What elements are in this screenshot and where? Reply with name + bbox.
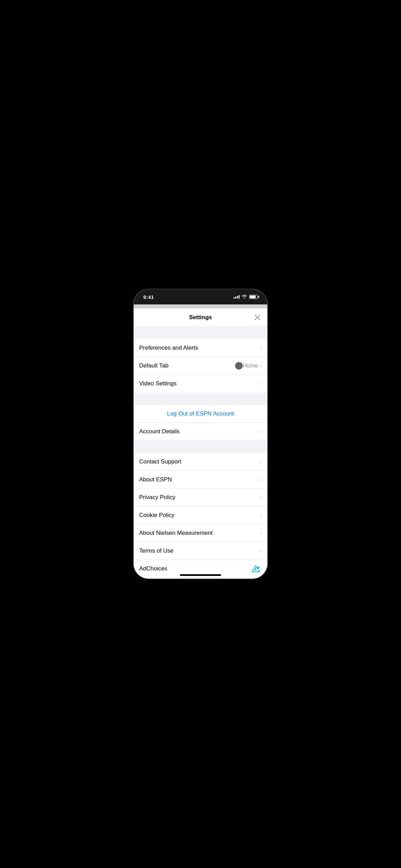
default-tab-value: Home	[243, 362, 258, 369]
terms-of-use-row[interactable]: Terms of Use ›	[134, 542, 267, 560]
about-nielsen-chevron-icon: ›	[260, 530, 262, 536]
adchoices-label: AdChoices	[139, 565, 248, 572]
wifi-icon	[242, 294, 247, 300]
status-time: 9:41	[143, 294, 154, 300]
log-out-row[interactable]: Log Out of ESPN Account	[134, 405, 267, 423]
top-peek-area	[134, 304, 267, 309]
status-icons	[233, 294, 258, 300]
preferences-alerts-chevron-icon: ›	[260, 345, 262, 351]
section-gap-1	[134, 327, 267, 339]
home-indicator	[180, 574, 221, 576]
preferences-alerts-label: Preferences and Alerts	[139, 345, 260, 351]
preferences-section: Preferences and Alerts › Default Tab Hom…	[134, 339, 267, 393]
battery-icon	[249, 295, 258, 299]
account-details-chevron-icon: ›	[260, 429, 262, 434]
about-nielsen-row[interactable]: About Nielsen Measurement ›	[134, 524, 267, 542]
svg-text:i: i	[258, 567, 259, 569]
adchoices-icon: i	[251, 565, 260, 572]
about-espn-label: About ESPN	[139, 476, 260, 483]
default-tab-label: Default Tab	[139, 362, 232, 369]
cookie-policy-label: Cookie Policy	[139, 512, 260, 519]
section-gap-bottom	[134, 578, 267, 579]
adchoices-chevron-icon: ›	[260, 566, 262, 571]
video-settings-label: Video Settings	[139, 380, 260, 387]
default-tab-row[interactable]: Default Tab Home ›	[134, 357, 267, 375]
cookie-policy-chevron-icon: ›	[260, 513, 262, 518]
default-tab-chevron-icon: ›	[260, 363, 262, 369]
settings-title: Settings	[189, 314, 212, 321]
close-button[interactable]	[253, 313, 262, 322]
privacy-policy-row[interactable]: Privacy Policy ›	[134, 489, 267, 506]
account-section: Log Out of ESPN Account Account Details …	[134, 405, 267, 441]
account-details-label: Account Details	[139, 428, 260, 435]
contact-support-chevron-icon: ›	[260, 459, 262, 465]
cookie-policy-row[interactable]: Cookie Policy ›	[134, 506, 267, 524]
signal-bars-icon	[233, 295, 240, 299]
settings-container[interactable]: Settings Preferences and Alerts › Defaul…	[134, 309, 267, 579]
about-espn-chevron-icon: ›	[260, 477, 262, 482]
default-tab-indicator-icon	[235, 362, 243, 370]
status-bar: 9:41	[134, 289, 267, 304]
settings-header: Settings	[134, 309, 267, 327]
section-gap-3	[134, 441, 267, 453]
terms-of-use-label: Terms of Use	[139, 547, 260, 554]
video-settings-chevron-icon: ›	[260, 381, 262, 386]
privacy-policy-label: Privacy Policy	[139, 494, 260, 501]
privacy-policy-chevron-icon: ›	[260, 495, 262, 500]
contact-support-row[interactable]: Contact Support ›	[134, 453, 267, 471]
account-details-row[interactable]: Account Details ›	[134, 423, 267, 441]
section-gap-2	[134, 393, 267, 405]
support-section: Contact Support › About ESPN › Privacy P…	[134, 453, 267, 578]
video-settings-row[interactable]: Video Settings ›	[134, 375, 267, 393]
contact-support-label: Contact Support	[139, 458, 260, 465]
about-espn-row[interactable]: About ESPN ›	[134, 471, 267, 489]
terms-of-use-chevron-icon: ›	[260, 548, 262, 554]
log-out-label: Log Out of ESPN Account	[167, 410, 234, 417]
preferences-alerts-row[interactable]: Preferences and Alerts ›	[134, 339, 267, 357]
about-nielsen-label: About Nielsen Measurement	[139, 530, 260, 537]
phone-frame: 9:41 Settings	[134, 289, 267, 579]
